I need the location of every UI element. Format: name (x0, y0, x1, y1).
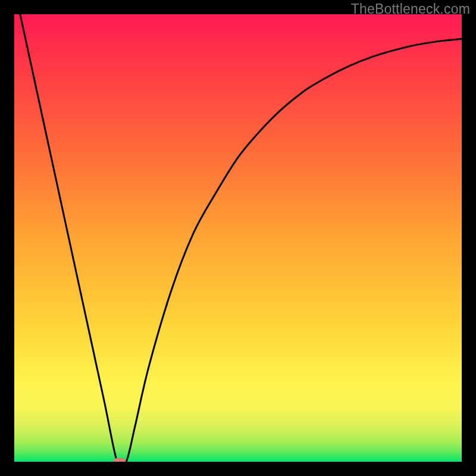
chart-svg (14, 14, 462, 462)
watermark-text: TheBottleneck.com (351, 1, 470, 17)
chart-background (14, 14, 462, 462)
chart-frame (14, 14, 462, 462)
